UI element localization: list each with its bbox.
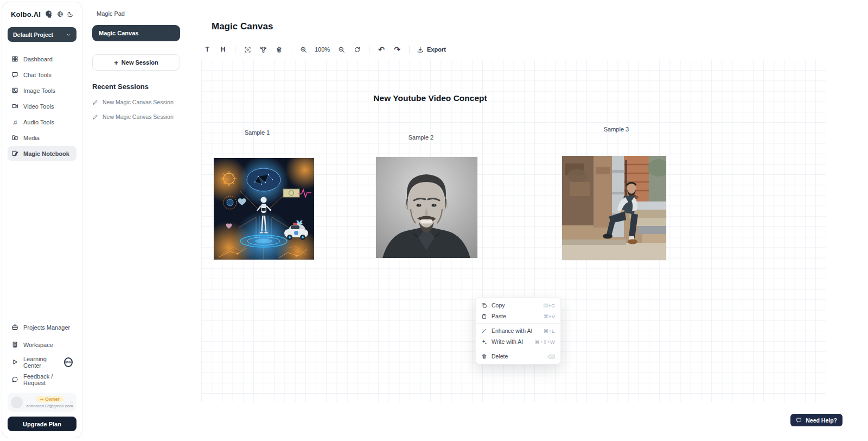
sidebar-item-label: Learning Center	[23, 356, 58, 369]
shortcut-hint: ⌘+C	[543, 303, 555, 308]
dark-mode-moon-icon[interactable]	[67, 11, 74, 17]
video-camera-icon	[11, 103, 18, 110]
magic-wand-icon	[481, 328, 487, 334]
sidebar-item-audio-tools[interactable]: ♫ Audio Tools	[8, 115, 76, 129]
sparkles-icon	[481, 339, 487, 345]
sidebar-footer-nav: Projects Manager Workspace Learning Cent…	[8, 319, 76, 387]
text-tool-button[interactable]: T	[202, 44, 212, 55]
zoom-level: 100%	[314, 46, 330, 53]
new-session-label: New Session	[122, 59, 158, 66]
context-menu-item-paste[interactable]: Paste ⌘+V	[476, 311, 560, 322]
panel-item-magic-canvas[interactable]: Magic Canvas	[92, 25, 180, 41]
project-selector[interactable]: Default Project	[8, 27, 76, 42]
sidebar-item-label: Feedback / Request	[23, 373, 73, 386]
sample-1-label[interactable]: Sample 1	[219, 129, 295, 136]
export-label: Export	[427, 46, 446, 53]
recent-session-item[interactable]: New Magic Canvas Session	[92, 114, 180, 120]
delete-tool-button[interactable]	[274, 44, 284, 55]
sample-3-label[interactable]: Sample 3	[578, 126, 654, 133]
sidebar-item-label: Projects Manager	[23, 324, 70, 331]
shortcut-hint: ⌘+E	[544, 328, 555, 334]
context-menu-item-delete[interactable]: Delete ⌫	[476, 351, 560, 362]
sample-image-2[interactable]	[376, 157, 477, 258]
sidebar-item-video-tools[interactable]: Video Tools	[8, 99, 76, 114]
sidebar-item-label: Audio Tools	[23, 119, 54, 125]
export-button[interactable]: Export	[417, 46, 446, 53]
dashboard-icon	[11, 55, 18, 62]
context-menu: Copy ⌘+C Paste ⌘+V Enhance with AI ⌘+E W…	[475, 297, 561, 364]
toolbar-divider	[369, 46, 369, 54]
sample-image-3[interactable]	[562, 156, 666, 260]
recent-session-item[interactable]: New Magic Canvas Session	[92, 99, 180, 105]
user-account-chip[interactable]: Owner zoharvan12@gmail.com	[8, 393, 76, 412]
recent-session-label: New Magic Canvas Session	[103, 114, 174, 120]
sample-image-1[interactable]: ¥	[214, 158, 314, 260]
sidebar-item-dashboard[interactable]: Dashboard	[8, 52, 76, 66]
sidebar-item-chat-tools[interactable]: Chat Tools	[8, 67, 76, 82]
sample-2-label[interactable]: Sample 2	[383, 134, 459, 141]
reset-view-button[interactable]	[352, 44, 362, 55]
need-help-button[interactable]: Need Help?	[790, 414, 843, 426]
sidebar-item-label: Magic Notebook	[23, 150, 69, 157]
context-menu-item-write-with-ai[interactable]: Write with AI ⌘+⇧+W	[476, 336, 560, 347]
context-menu-item-enhance-with-ai[interactable]: Enhance with AI ⌘+E	[476, 325, 560, 336]
sidebar-item-label: Chat Tools	[23, 72, 52, 78]
sidebar-item-learning-center[interactable]: Learning Center 66%	[8, 354, 76, 370]
sidebar-item-feedback[interactable]: Feedback / Request	[8, 371, 76, 387]
insert-image-scan-button[interactable]	[242, 44, 252, 55]
sidebar-item-media[interactable]: Media	[8, 130, 76, 145]
sidebar-item-magic-notebook[interactable]: Magic Notebook	[8, 146, 76, 161]
context-menu-label: Enhance with AI	[492, 327, 532, 334]
new-session-button[interactable]: + New Session	[92, 54, 180, 71]
sidebar-item-label: Video Tools	[23, 103, 54, 110]
sidebar-item-label: Image Tools	[23, 87, 55, 94]
media-folder-icon	[11, 134, 18, 141]
context-menu-label: Paste	[492, 313, 506, 319]
briefcase-icon	[11, 324, 18, 331]
brand-logo[interactable]: Kolbo.AI	[11, 10, 41, 18]
context-menu-label: Delete	[492, 353, 508, 360]
sidebar-nav: Dashboard Chat Tools Image Tools Video T…	[8, 52, 76, 161]
upgrade-plan-button[interactable]: Upgrade Plan	[8, 417, 76, 431]
project-selector-label: Default Project	[13, 32, 53, 38]
sidebar-item-image-tools[interactable]: Image Tools	[8, 83, 76, 98]
avatar	[11, 396, 23, 408]
user-info: Owner zoharvan12@gmail.com	[26, 396, 73, 408]
speech-bubble-icon	[11, 376, 18, 383]
shortcut-hint: ⌘+V	[544, 313, 555, 319]
building-icon	[11, 341, 18, 348]
zoom-out-button[interactable]	[336, 44, 346, 55]
redo-button[interactable]: ↷	[392, 44, 402, 55]
primary-sidebar: Kolbo.AI Default Project Dashboard Chat …	[2, 2, 82, 438]
context-menu-item-copy[interactable]: Copy ⌘+C	[476, 300, 560, 311]
sessions-panel: Magic Pad Magic Canvas + New Session Rec…	[85, 0, 188, 441]
language-globe-icon[interactable]	[57, 11, 63, 17]
canvas-heading-text[interactable]: New Youtube Video Concept	[359, 93, 502, 103]
sidebar-item-workspace[interactable]: Workspace	[8, 337, 76, 352]
learning-progress-ring: 66%	[64, 357, 73, 367]
help-chat-icon	[796, 417, 802, 423]
image-icon	[11, 87, 18, 94]
user-email: zoharvan12@gmail.com	[26, 404, 73, 408]
pencil-icon	[92, 99, 98, 105]
toolbar-divider	[235, 46, 235, 54]
nodes-tool-button[interactable]	[258, 44, 268, 55]
sidebar-item-label: Dashboard	[23, 56, 53, 62]
context-menu-label: Write with AI	[492, 338, 523, 345]
heading-tool-button[interactable]: H	[218, 44, 228, 55]
undo-button[interactable]: ↶	[376, 44, 386, 55]
zoom-in-button[interactable]	[298, 44, 308, 55]
shortcut-hint: ⌘+⇧+W	[534, 339, 555, 345]
chevron-down-icon	[66, 32, 71, 37]
canvas-grid[interactable]: New Youtube Video Concept Sample 1 Sampl…	[201, 60, 826, 402]
panel-item-magic-pad[interactable]: Magic Pad	[92, 8, 180, 19]
context-menu-divider	[476, 349, 560, 349]
music-note-icon: ♫	[11, 118, 18, 126]
plus-icon: +	[114, 59, 118, 67]
play-icon	[11, 358, 18, 366]
toolbar-divider	[409, 46, 410, 54]
notebook-icon	[11, 150, 18, 157]
chat-icon	[11, 71, 18, 78]
logo-row: Kolbo.AI	[8, 10, 76, 18]
sidebar-item-projects-manager[interactable]: Projects Manager	[8, 319, 76, 335]
